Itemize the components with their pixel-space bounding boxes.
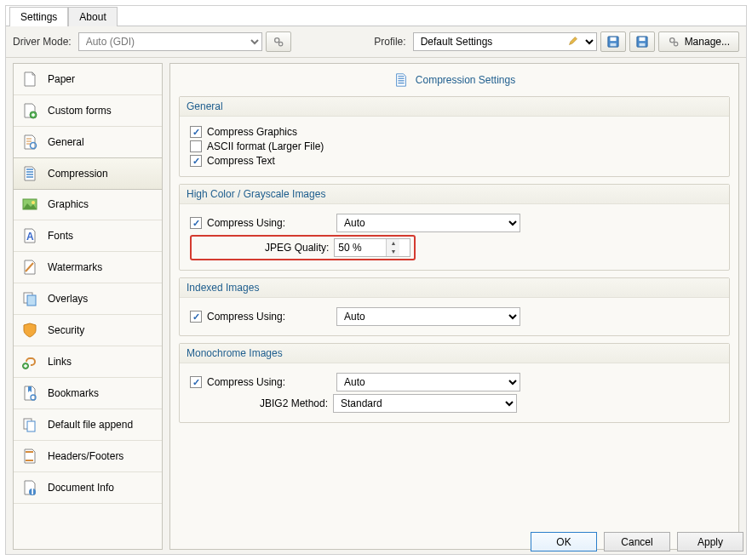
sidebar-item-default-file-append[interactable]: Default file append [14,409,162,441]
svg-text:i: i [32,485,34,496]
gear-icon [273,36,284,48]
driver-mode-select[interactable]: Auto (GDI) [78,32,262,51]
spin-down-icon[interactable]: ▼ [386,248,399,256]
page-title: Compression Settings [179,69,730,96]
jbig2-select[interactable]: Standard [333,394,517,413]
mono-compress-checkbox[interactable] [190,376,202,388]
sidebar-item-label: Security [48,324,84,336]
svg-point-1 [278,42,282,45]
sidebar[interactable]: Paper Custom forms General Compression G… [13,63,163,550]
apply-button[interactable]: Apply [677,532,743,551]
sidebar-item-bookmarks[interactable]: Bookmarks [14,378,162,409]
compress-graphics-label: Compress Graphics [207,126,297,138]
sidebar-item-label: Links [48,356,72,368]
manage-label: Manage... [685,36,730,48]
jpeg-quality-spinner[interactable]: ▲▼ [334,238,410,257]
spin-up-icon[interactable]: ▲ [386,239,399,248]
sidebar-item-headers-footers[interactable]: Headers/Footers [14,441,162,472]
sidebar-item-label: Default file append [48,419,133,431]
sidebar-item-custom-forms[interactable]: Custom forms [14,95,162,127]
tab-settings[interactable]: Settings [9,7,68,26]
compress-text-label: Compress Text [207,155,275,167]
shield-icon [20,321,39,340]
ok-button[interactable]: OK [531,532,597,551]
group-monochrome: Monochrome Images Compress Using: Auto J… [179,343,730,423]
doc-info-icon: i [20,478,39,497]
graphics-icon [20,195,39,214]
sidebar-item-graphics[interactable]: Graphics [14,189,162,220]
general-icon [20,133,39,151]
compress-graphics-checkbox[interactable] [190,126,202,138]
svg-point-9 [674,42,677,45]
watermarks-icon [20,258,39,277]
sidebar-item-compression[interactable]: Compression [13,157,163,190]
svg-rect-22 [26,460,33,461]
sidebar-item-label: Compression [48,168,108,180]
jbig2-label: JBIG2 Method: [190,397,333,409]
driver-mode-settings-button[interactable] [266,31,291,52]
tab-about[interactable]: About [68,7,117,26]
file-append-icon [20,415,39,434]
svg-rect-4 [610,43,616,47]
sidebar-item-label: Document Info [48,482,114,494]
group-header: Indexed Images [180,278,729,298]
sidebar-item-paper[interactable]: Paper [14,64,162,95]
compress-text-checkbox[interactable] [190,155,202,167]
sidebar-item-label: General [48,136,84,148]
group-indexed: Indexed Images Compress Using: Auto [179,277,730,336]
custom-forms-icon [20,101,39,120]
body: Paper Custom forms General Compression G… [6,58,746,555]
profile-label: Profile: [374,36,405,48]
top-tabs: Settings About [6,6,746,26]
driver-mode-label: Driver Mode: [13,36,72,48]
dialog-footer: OK Cancel Apply [531,532,743,551]
save-profile-button[interactable] [600,31,626,52]
group-header: High Color / Grayscale Images [180,185,729,204]
sidebar-item-security[interactable]: Security [14,315,162,346]
indexed-compress-select[interactable]: Auto [336,307,520,326]
sidebar-item-overlays[interactable]: Overlays [14,283,162,315]
sidebar-item-document-info[interactable]: i Document Info [14,472,162,504]
settings-window: Settings About Driver Mode: Auto (GDI) P… [5,5,747,555]
group-header: Monochrome Images [180,344,729,363]
sidebar-item-general[interactable]: General [14,127,162,158]
indexed-compress-checkbox[interactable] [190,311,202,323]
links-icon [20,352,39,371]
svg-text:A: A [26,231,34,243]
svg-point-0 [274,38,278,43]
group-highcolor: High Color / Grayscale Images Compress U… [179,184,730,271]
disk-plus-icon [636,36,648,48]
highcolor-compress-checkbox[interactable] [190,217,202,229]
bookmarks-icon [20,384,39,403]
ascii-format-checkbox[interactable] [190,140,202,152]
sidebar-item-label: Overlays [48,293,88,305]
sidebar-item-label: Graphics [48,198,89,210]
sidebar-item-links[interactable]: Links [14,346,162,378]
paper-icon [20,70,39,89]
cancel-button[interactable]: Cancel [604,532,670,551]
svg-rect-16 [27,295,36,306]
svg-point-8 [669,38,674,43]
sidebar-item-fonts[interactable]: A Fonts [14,220,162,252]
indexed-compress-label: Compress Using: [207,311,290,323]
sidebar-item-label: Custom forms [48,105,112,117]
mono-compress-select[interactable]: Auto [336,373,520,391]
gears-icon [668,36,680,48]
sidebar-item-watermarks[interactable]: Watermarks [14,252,162,283]
manage-profiles-button[interactable]: Manage... [658,31,739,52]
sidebar-item-label: Paper [48,73,75,85]
svg-rect-20 [27,421,35,431]
jpeg-quality-input[interactable] [335,240,386,255]
highcolor-compress-label: Compress Using: [207,217,290,229]
toolbar: Driver Mode: Auto (GDI) Profile: Default… [6,26,746,58]
compression-icon [393,72,409,88]
jpeg-quality-highlight: JPEG Quality: ▲▼ [190,235,416,260]
overlays-icon [20,289,39,308]
save-profile-as-button[interactable] [629,31,655,52]
sidebar-item-label: Headers/Footers [48,450,123,462]
disk-icon [607,36,619,48]
svg-rect-6 [639,37,645,41]
highcolor-compress-select[interactable]: Auto [336,214,520,232]
svg-rect-21 [26,451,33,453]
svg-rect-7 [639,43,645,47]
